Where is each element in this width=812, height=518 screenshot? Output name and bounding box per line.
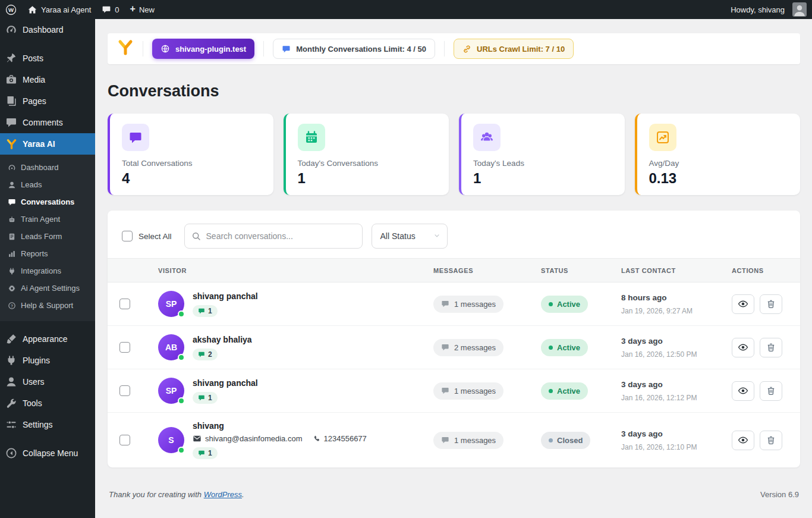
camera-icon (5, 74, 17, 86)
pages-icon (5, 95, 17, 107)
delete-button[interactable] (760, 381, 782, 401)
view-button[interactable] (732, 431, 754, 450)
stat-avg-day: Avg/Day 0.13 (635, 114, 801, 195)
plug-icon (8, 267, 16, 275)
people-icon (473, 124, 501, 151)
sidebar-item-appearance[interactable]: Appearance (0, 328, 95, 350)
table-row: S shivang shivang@dasinfomedia.com 12345… (108, 413, 800, 467)
wordpress-link[interactable]: WordPress (204, 490, 242, 499)
site-name-menu[interactable]: Yaraa ai Agent (22, 0, 96, 19)
view-button[interactable] (732, 381, 754, 401)
email-icon (193, 434, 202, 443)
chat-icon (282, 45, 291, 54)
select-all[interactable]: Select All (122, 231, 172, 241)
last-contact-date: Jan 19, 2026, 9:27 AM (621, 307, 732, 315)
sidebar-item-plugins[interactable]: Plugins (0, 350, 95, 371)
sidebar-item-users[interactable]: Users (0, 371, 95, 393)
online-dot (178, 310, 185, 318)
wrench-icon (5, 397, 17, 409)
sidebar-item-comments[interactable]: Comments (0, 112, 95, 133)
submenu-label: Train Agent (21, 215, 60, 224)
status-filter-value: All Status (380, 231, 416, 241)
collapse-menu[interactable]: Collapse Menu (0, 442, 95, 464)
sidebar-item-posts[interactable]: Posts (0, 48, 95, 69)
online-dot (178, 447, 185, 454)
gauge-icon (8, 164, 16, 172)
comments-menu[interactable]: 0 (96, 0, 124, 19)
badge-count: 1 (208, 307, 212, 315)
row-checkbox[interactable] (119, 342, 130, 353)
row-checkbox[interactable] (119, 385, 130, 396)
delete-button[interactable] (760, 338, 782, 357)
monthly-limit-badge: Monthly Conversations Limit: 4 / 50 (273, 39, 435, 59)
avatar-initials: AB (165, 343, 177, 352)
sidebar-item-settings[interactable]: Settings (0, 414, 95, 435)
version-text: Version 6.9 (760, 490, 799, 499)
delete-button[interactable] (760, 294, 782, 314)
table-row: AB akshay bhaliya 2 2 messages Active 3 … (108, 326, 800, 369)
submenu-item-train-agent[interactable]: Train Agent (0, 211, 95, 228)
form-icon (8, 233, 16, 241)
submenu-item-dashboard[interactable]: Dashboard (0, 159, 95, 176)
chart-icon (649, 124, 676, 151)
site-domain-badge[interactable]: shivang-plugin.test (152, 39, 254, 59)
submenu-item-integrations[interactable]: Integrations (0, 262, 95, 280)
status-dot (549, 302, 553, 306)
admin-footer: Thank you for creating with WordPress. V… (108, 490, 800, 499)
message-count-badge: 1 (193, 305, 218, 317)
view-button[interactable] (732, 294, 754, 314)
sidebar-item-dashboard[interactable]: Dashboard (0, 19, 95, 40)
wp-logo-menu[interactable]: W (0, 0, 22, 19)
phone-icon (312, 435, 320, 443)
messages-text: 1 messages (454, 387, 496, 395)
sidebar-item-pages[interactable]: Pages (0, 90, 95, 112)
yaraa-brand-icon (117, 39, 134, 58)
status-badge: Closed (541, 432, 590, 449)
status-dot (549, 438, 553, 442)
status-filter[interactable]: All Status (372, 224, 448, 249)
submenu-item-leads-form[interactable]: Leads Form (0, 228, 95, 245)
stats-row: Total Conversations 4 Today's Conversati… (108, 114, 800, 195)
messages-pill: 1 messages (433, 296, 503, 313)
submenu-label: Leads (21, 180, 42, 189)
home-icon (27, 5, 37, 15)
view-button[interactable] (732, 338, 754, 357)
sidebar-item-tools[interactable]: Tools (0, 393, 95, 414)
sidebar-item-yaraa-ai[interactable]: Yaraa AI (0, 133, 95, 155)
badge-count: 1 (208, 394, 212, 402)
submenu-item-reports[interactable]: Reports (0, 245, 95, 262)
submenu-item-leads[interactable]: Leads (0, 176, 95, 193)
admin-bar: W Yaraa ai Agent 0 + New Howdy, shivang (0, 0, 812, 19)
page-title: Conversations (108, 82, 800, 101)
person-icon (8, 181, 16, 189)
user-avatar (792, 2, 807, 17)
dashboard-icon (5, 24, 17, 36)
status-badge: Active (541, 296, 588, 313)
messages-text: 2 messages (454, 343, 496, 352)
sidebar-item-media[interactable]: Media (0, 69, 95, 90)
sidebar-label: Comments (23, 118, 63, 127)
submenu-item-ai-agent-settings[interactable]: Ai Agent Settings (0, 280, 95, 297)
svg-text:W: W (8, 7, 14, 13)
site-name: Yaraa ai Agent (41, 5, 91, 14)
select-all-checkbox[interactable] (122, 231, 133, 241)
message-count-badge: 1 (193, 447, 218, 459)
delete-button[interactable] (760, 431, 782, 450)
search-input[interactable] (184, 224, 363, 249)
divider (143, 41, 143, 56)
row-checkbox[interactable] (119, 299, 130, 309)
main-content: shivang-plugin.test Monthly Conversation… (95, 19, 812, 518)
header-visitor: VISITOR (158, 267, 433, 274)
table-controls: Select All All Status (108, 211, 800, 258)
menu-separator (0, 40, 95, 48)
submenu-item-help-support[interactable]: ? Help & Support (0, 297, 95, 314)
conversations-panel: Select All All Status VISITOR MESSAGES S… (108, 211, 800, 467)
new-menu[interactable]: + New (125, 0, 160, 19)
sidebar-label: Dashboard (23, 25, 64, 34)
sidebar-label: Media (23, 75, 45, 84)
submenu-item-conversations[interactable]: Conversations (0, 193, 95, 211)
howdy-menu[interactable]: Howdy, shivang (725, 0, 812, 19)
row-checkbox[interactable] (119, 435, 130, 445)
admin-sidebar: Dashboard Posts Media Pages Comments Yar… (0, 19, 95, 518)
sidebar-label: Collapse Menu (23, 448, 78, 458)
